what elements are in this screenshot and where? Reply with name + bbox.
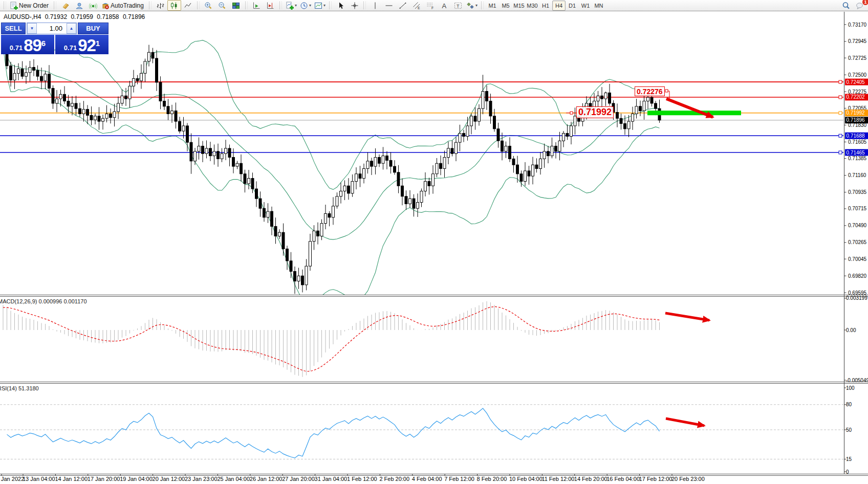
time-axis-label: 11 Feb 12:00 [541, 476, 574, 482]
candlestick-chart-icon[interactable] [167, 0, 181, 11]
candle-body [366, 161, 369, 169]
bid-price[interactable]: 0.71 89 6 [1, 35, 54, 54]
candle-body [482, 92, 484, 109]
text-icon[interactable]: A [437, 0, 451, 11]
zoom-in-icon[interactable] [202, 0, 215, 11]
search-icon[interactable] [839, 0, 853, 11]
sell-button[interactable]: SELL [1, 23, 26, 34]
candle-body [17, 69, 20, 74]
timeframe-m15-button[interactable]: M15 [512, 1, 526, 11]
autotrading-icon[interactable]: AutoTrading [100, 0, 147, 11]
candle-body [113, 112, 116, 118]
new-order-label: New Order [19, 2, 49, 9]
candle-body [489, 101, 492, 116]
bar-chart-icon[interactable] [154, 0, 167, 11]
market-gold-icon[interactable] [58, 0, 72, 11]
timeframe-d1-button[interactable]: D1 [566, 1, 579, 11]
timeframe-m5-button[interactable]: M5 [499, 1, 512, 11]
candle-body [639, 106, 642, 111]
crosshair-icon[interactable] [348, 0, 361, 11]
rsi-panel[interactable] [7, 408, 660, 458]
price-tick-label: 0.71160 [848, 172, 866, 178]
macd-panel[interactable] [3, 301, 660, 377]
volume-decrease-button[interactable]: ▼ [27, 23, 37, 34]
time-axis[interactable]: Jan 202213 Jan 04:0014 Jan 12:0017 Jan 2… [0, 476, 868, 484]
candle-body [13, 73, 16, 80]
text-label-icon[interactable]: T [451, 0, 465, 11]
candle-body [263, 208, 266, 217]
price-annotation-0.71992[interactable]: 0.71992 [576, 106, 614, 118]
candle-body [63, 94, 66, 101]
templates-icon[interactable]: ▾ [313, 0, 327, 11]
candle-body [405, 196, 407, 204]
candle-body [221, 153, 223, 159]
candle-body [632, 114, 634, 121]
price-annotation-0.72276[interactable]: 0.72276 [635, 86, 665, 96]
candle-body [528, 171, 530, 176]
trend-arrow[interactable] [665, 313, 709, 320]
indicators-icon[interactable]: ▾ [284, 0, 298, 11]
notification-badge: 1 [862, 0, 868, 6]
candle-body [94, 116, 97, 120]
equidistant-channel-icon[interactable]: E [409, 0, 423, 11]
chart-shift-icon[interactable] [264, 0, 277, 11]
svg-text:E: E [418, 6, 420, 9]
fibonacci-icon[interactable]: F [423, 0, 437, 11]
timeframe-h4-button[interactable]: H4 [552, 1, 566, 11]
candle-body [171, 111, 173, 114]
line-chart-icon[interactable] [181, 0, 195, 11]
candle-body [555, 146, 557, 151]
candle-body [643, 101, 645, 111]
level-anchor-handle[interactable] [839, 80, 842, 83]
timeframe-h1-button[interactable]: H1 [539, 1, 552, 11]
bid-big-digits: 89 [24, 38, 41, 53]
new-order-icon[interactable]: New Order [8, 0, 52, 11]
timeframe-w1-button[interactable]: W1 [579, 1, 592, 11]
zoom-out-icon[interactable] [215, 0, 229, 11]
horizontal-line-icon[interactable] [382, 0, 396, 11]
macd-tick-label: 0.003199 [846, 295, 867, 301]
buy-button[interactable]: BUY [78, 23, 108, 34]
level-anchor-handle[interactable] [839, 96, 842, 99]
signals-icon[interactable] [86, 0, 100, 11]
main-chart-panel[interactable] [3, 36, 660, 303]
candle-body [624, 124, 626, 129]
level-anchor-handle[interactable] [839, 134, 842, 137]
candle-body [271, 211, 273, 226]
timeframe-mn-button[interactable]: MN [592, 1, 605, 11]
timeframe-m1-button[interactable]: M1 [486, 1, 499, 11]
tile-windows-icon[interactable] [229, 0, 243, 11]
candle-body [493, 116, 496, 129]
level-anchor-handle[interactable] [839, 151, 842, 154]
trend-arrow[interactable] [666, 419, 704, 426]
candle-body [371, 161, 373, 166]
toolbar-separator [4, 2, 6, 9]
ask-big-digits: 92 [78, 38, 96, 53]
chat-icon[interactable]: 1 [853, 0, 866, 11]
chart-canvas[interactable]: 0.731700.729450.727250.725000.722750.720… [0, 0, 868, 484]
candle-body [251, 179, 254, 189]
candle-body [248, 179, 250, 184]
cursor-icon[interactable] [334, 0, 348, 11]
price-badge-label: 0.71688 [847, 133, 865, 139]
candle-body [209, 148, 212, 156]
arrows-icon[interactable]: ▾ [465, 0, 479, 11]
candle-body [186, 126, 189, 142]
ask-price[interactable]: 0.71 92 1 [55, 35, 108, 54]
ohlc-close: 0.71896 [123, 13, 145, 20]
candle-body [620, 118, 622, 123]
auto-scroll-icon[interactable] [250, 0, 264, 11]
timeframe-m30-button[interactable]: M30 [526, 1, 539, 11]
trendline-icon[interactable] [396, 0, 409, 11]
level-anchor-handle[interactable] [839, 112, 842, 115]
vertical-line-icon[interactable] [368, 0, 382, 11]
periods-icon[interactable]: ▾ [298, 0, 313, 11]
candle-body [236, 163, 238, 166]
macd-tick-label: 0.00 [846, 327, 856, 333]
volume-increase-button[interactable]: ▲ [67, 23, 76, 34]
candle-body [340, 191, 342, 196]
community-icon[interactable] [72, 0, 86, 11]
candle-body [443, 158, 446, 169]
price-tick-label: 0.71385 [848, 156, 867, 161]
volume-field[interactable]: 1.00 [37, 23, 67, 34]
